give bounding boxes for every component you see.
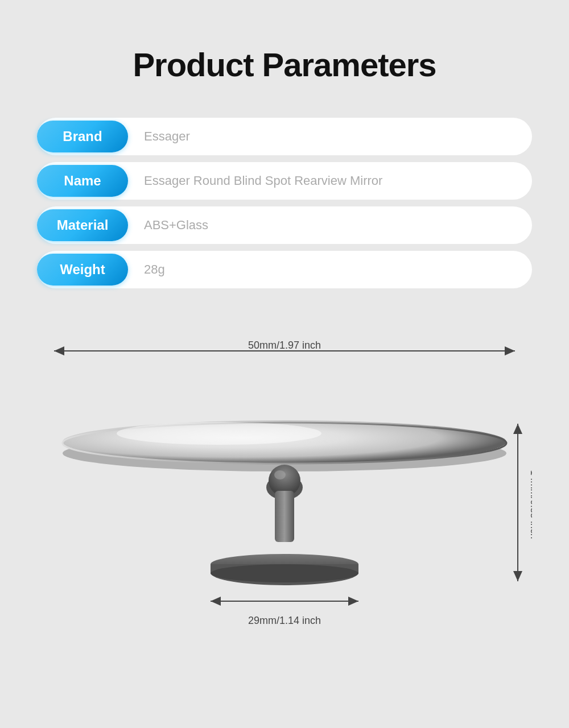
svg-marker-2 [505,346,515,355]
svg-text:14mm/0.55 inch: 14mm/0.55 inch [529,470,532,539]
svg-marker-21 [211,597,221,606]
svg-point-7 [117,422,321,445]
svg-marker-18 [513,571,522,581]
page-container: Product Parameters BrandEssagerNameEssag… [0,0,569,728]
param-row-material: MaterialABS+Glass [37,206,532,244]
svg-marker-17 [513,424,522,434]
page-title: Product Parameters [133,46,436,84]
svg-text:29mm/1.14 inch: 29mm/1.14 inch [248,615,321,626]
param-row-name: NameEssager Round Blind Spot Rearview Mi… [37,162,532,200]
svg-text:50mm/1.97 inch: 50mm/1.97 inch [248,340,321,351]
params-table: BrandEssagerNameEssager Round Blind Spot… [37,118,532,288]
param-label-weight: Weight [37,254,128,286]
param-value-weight: 28g [128,254,532,285]
param-value-brand: Essager [128,121,532,152]
svg-point-15 [211,564,358,582]
svg-marker-22 [348,597,358,606]
svg-marker-1 [54,346,64,355]
param-row-brand: BrandEssager [37,118,532,155]
dimension-diagram: 50mm/1.97 inch [37,322,532,641]
svg-point-10 [274,470,286,479]
svg-rect-11 [275,491,294,542]
param-label-material: Material [37,209,128,241]
param-label-name: Name [37,165,128,197]
param-label-brand: Brand [37,121,128,152]
param-value-name: Essager Round Blind Spot Rearview Mirror [128,166,532,196]
param-row-weight: Weight28g [37,251,532,288]
param-value-material: ABS+Glass [128,210,532,241]
